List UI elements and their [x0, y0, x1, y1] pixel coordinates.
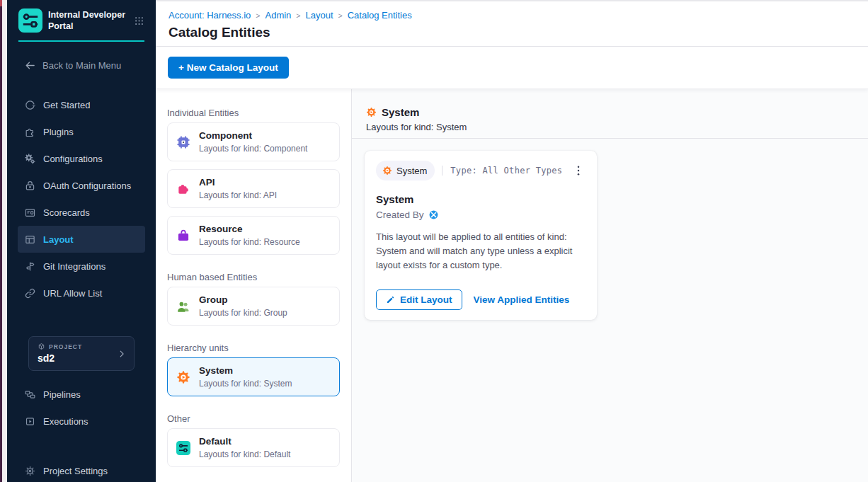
resource-briefcase-icon — [176, 229, 190, 243]
breadcrumb-account[interactable]: Account: Harness.io — [169, 10, 251, 21]
entity-card-default[interactable]: Default Layouts for kind: Default — [167, 428, 340, 467]
sidebar-item-scorecards[interactable]: Scorecards — [18, 199, 145, 226]
layout-name: System — [376, 193, 586, 205]
sidebar-item-url-allow-list[interactable]: URL Allow List — [18, 280, 145, 306]
kind-badge-label: System — [396, 166, 427, 176]
entity-card-title: Group — [199, 294, 287, 306]
project-selector[interactable]: PROJECT sd2 — [28, 336, 135, 371]
detail-title: System — [382, 106, 419, 118]
window-edge-strip — [0, 0, 2, 482]
breadcrumb-admin[interactable]: Admin — [265, 10, 291, 21]
entity-card-component[interactable]: Component Layouts for kind: Component — [167, 122, 340, 161]
detail-panel: System Layouts for kind: System System T… — [352, 89, 868, 482]
system-gear-icon — [176, 370, 190, 384]
page-header: Account: Harness.io>Admin>Layout>Catalog… — [156, 1, 868, 47]
entity-card-title: System — [199, 365, 292, 377]
get-started-icon — [24, 99, 36, 111]
sidebar-item-git-integrations[interactable]: Git Integrations — [18, 253, 145, 280]
sidebar-item-label: Pipelines — [43, 389, 81, 400]
chevron-right-icon — [117, 349, 127, 359]
entity-card-group[interactable]: Group Layouts for kind: Group — [167, 287, 340, 326]
sidebar-item-project-settings[interactable]: Project Settings — [18, 457, 145, 482]
entity-card-title: Component — [199, 130, 307, 142]
section-label-other: Other — [167, 413, 340, 425]
entity-card-subtitle: Layouts for kind: Resource — [199, 237, 300, 247]
main-area: Account: Harness.io>Admin>Layout>Catalog… — [156, 0, 868, 482]
sidebar-footer-nav: Project Settings — [7, 457, 156, 482]
toolbar: + New Catalog Layout — [156, 47, 868, 89]
sidebar-item-label: Layout — [43, 234, 74, 245]
breadcrumb: Account: Harness.io>Admin>Layout>Catalog… — [169, 8, 855, 21]
breadcrumb-separator: > — [338, 11, 343, 20]
sidebar-item-label: OAuth Configurations — [43, 180, 131, 191]
card-menu-button[interactable] — [571, 163, 586, 178]
layout-grid-icon — [24, 234, 36, 246]
api-puzzle-icon — [176, 182, 190, 196]
entity-card-subtitle: Layouts for kind: Component — [199, 144, 307, 154]
entity-card-title: API — [199, 177, 277, 188]
view-applied-entities-link[interactable]: View Applied Entities — [474, 294, 570, 305]
sidebar: Internal Developer Portal Back to Main M… — [7, 0, 156, 482]
brand-title: Internal Developer Portal — [48, 9, 128, 33]
detail-subtitle: Layouts for kind: System — [366, 122, 854, 132]
project-eyebrow: PROJECT — [38, 343, 125, 350]
arrow-left-icon — [24, 59, 36, 71]
entity-card-system[interactable]: System Layouts for kind: System — [167, 357, 340, 396]
breadcrumb-catalog-entities[interactable]: Catalog Entities — [348, 10, 412, 21]
plugins-puzzle-icon — [24, 126, 36, 138]
window-edge-gap — [2, 0, 7, 482]
sidebar-item-oauth-configurations[interactable]: OAuth Configurations — [18, 172, 145, 199]
sidebar-item-executions[interactable]: Executions — [18, 408, 145, 435]
sidebar-item-label: URL Allow List — [43, 288, 102, 299]
edit-layout-button[interactable]: Edit Layout — [376, 289, 462, 310]
type-label: Type: All Other Types — [442, 166, 562, 176]
pencil-icon — [386, 295, 395, 304]
brand: Internal Developer Portal — [18, 0, 144, 42]
page-title: Catalog Entities — [169, 25, 855, 40]
detail-header: System Layouts for kind: System — [352, 89, 868, 139]
grid-apps-icon[interactable] — [134, 16, 144, 26]
breadcrumb-separator: > — [296, 11, 300, 20]
card-actions: Edit Layout View Applied Entities — [376, 289, 586, 310]
executions-play-icon — [24, 415, 36, 428]
sidebar-item-label: Project Settings — [43, 466, 108, 476]
entity-card-title: Default — [199, 436, 290, 447]
section-label-individual-entities: Individual Entities — [167, 108, 340, 119]
sidebar-item-plugins[interactable]: Plugins — [18, 118, 145, 145]
created-by-row: Created By — [376, 210, 586, 220]
sidebar-nav: Get Started Plugins Configurations OAuth… — [7, 91, 156, 306]
sidebar-item-configurations[interactable]: Configurations — [18, 145, 145, 172]
breadcrumb-layout[interactable]: Layout — [305, 10, 333, 21]
settings-gear-icon — [24, 465, 36, 477]
entity-card-api[interactable]: API Layouts for kind: API — [167, 169, 340, 208]
oauth-lock-icon — [24, 180, 36, 192]
link-icon — [24, 287, 36, 299]
system-gear-icon — [366, 107, 377, 117]
entity-card-title: Resource — [199, 224, 300, 235]
scorecards-icon — [24, 207, 36, 219]
app-window: Internal Developer Portal Back to Main M… — [0, 0, 868, 482]
sidebar-item-layout[interactable]: Layout — [18, 226, 145, 253]
breadcrumb-separator: > — [256, 11, 260, 20]
layout-description: This layout will be applied to all entit… — [376, 230, 586, 272]
sidebar-item-pipelines[interactable]: Pipelines — [18, 381, 145, 408]
harness-idp-logo-icon — [18, 8, 42, 33]
section-label-human-based-entities: Human based Entities — [167, 272, 340, 283]
sidebar-item-label: Executions — [43, 416, 88, 427]
kind-badge: System — [376, 161, 435, 180]
entity-card-subtitle: Layouts for kind: API — [199, 190, 277, 200]
entity-card-subtitle: Layouts for kind: Group — [199, 308, 287, 318]
sidebar-item-get-started[interactable]: Get Started — [18, 91, 145, 118]
entity-card-subtitle: Layouts for kind: System — [199, 379, 292, 389]
back-label: Back to Main Menu — [42, 60, 121, 71]
layout-card-system: System Type: All Other Types System Crea… — [365, 151, 597, 320]
sidebar-item-label: Configurations — [43, 154, 103, 164]
git-integrations-signpost-icon — [24, 260, 36, 272]
sidebar-item-label: Git Integrations — [43, 261, 105, 272]
entity-card-resource[interactable]: Resource Layouts for kind: Resource — [167, 216, 340, 255]
project-eyebrow-label: PROJECT — [49, 343, 82, 350]
back-to-main-menu[interactable]: Back to Main Menu — [18, 59, 144, 71]
default-circuit-icon — [176, 441, 190, 455]
new-catalog-layout-button[interactable]: + New Catalog Layout — [168, 57, 289, 79]
group-people-icon — [176, 299, 190, 314]
